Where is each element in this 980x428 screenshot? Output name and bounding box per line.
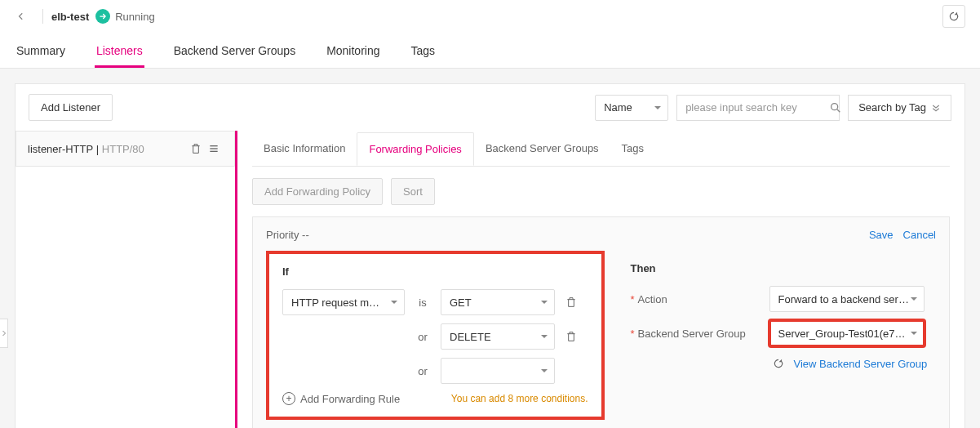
priority-value: --: [302, 229, 309, 241]
svg-line-1: [837, 109, 840, 112]
action-label: *Action: [631, 293, 761, 305]
action-select[interactable]: Forward to a backend ser…: [769, 286, 925, 312]
add-listener-button[interactable]: Add Listener: [29, 94, 113, 121]
add-forwarding-policy-button[interactable]: Add Forwarding Policy: [252, 178, 383, 205]
required-star-icon: *: [631, 328, 635, 340]
stab-backend-groups[interactable]: Backend Server Groups: [474, 132, 610, 164]
if-conditions-box: If HTTP request m… is GET: [266, 251, 605, 420]
condition-value-select-3[interactable]: [441, 358, 555, 384]
if-label: If: [282, 265, 588, 278]
listener-detail: Basic Information Forwarding Policies Ba…: [237, 131, 964, 428]
required-star-icon: *: [631, 293, 635, 305]
listener-item[interactable]: listener-HTTP | HTTP/80: [16, 131, 235, 167]
keyword-or-2: or: [413, 365, 432, 377]
sub-toolbar: Add Forwarding Policy Sort: [252, 167, 950, 216]
listeners-panel: Add Listener Name Search by Tag: [15, 83, 965, 428]
delete-condition-icon[interactable]: [563, 328, 579, 345]
main-tabs: Summary Listeners Backend Server Groups …: [0, 33, 980, 69]
add-rule-label: Add Forwarding Rule: [300, 393, 400, 405]
conditions-remaining-hint: You can add 8 more conditions.: [451, 393, 588, 404]
search-input-wrapper: [676, 95, 840, 121]
page-header: elb-test Running: [0, 0, 980, 33]
priority-label: Priority: [266, 229, 299, 241]
add-forwarding-rule-button[interactable]: + Add Forwarding Rule: [282, 392, 400, 405]
backend-server-group-label: *Backend Server Group: [631, 328, 761, 340]
delete-listener-icon[interactable]: [187, 140, 205, 158]
then-action-box: Then *Action Forward to a backend ser…: [624, 251, 937, 420]
forwarding-rule-card: Priority -- Save Cancel If: [252, 216, 950, 428]
search-by-tag-button[interactable]: Search by Tag: [848, 95, 951, 121]
stab-forwarding-policies[interactable]: Forwarding Policies: [357, 132, 473, 166]
refresh-bsg-icon[interactable]: [769, 354, 787, 372]
backend-server-group-value: Server_Group-Test01(e7…: [778, 328, 906, 340]
page-title: elb-test: [51, 11, 89, 23]
back-button[interactable]: [15, 10, 28, 23]
svg-point-0: [831, 103, 838, 109]
listener-name: listener-HTTP: [28, 143, 93, 155]
action-value: Forward to a backend ser…: [778, 293, 909, 305]
refresh-button[interactable]: [942, 5, 965, 28]
stab-basic-info[interactable]: Basic Information: [252, 132, 357, 164]
keyword-or-1: or: [413, 331, 432, 343]
search-field-select[interactable]: Name: [595, 95, 668, 121]
tab-tags[interactable]: Tags: [410, 44, 437, 68]
listener-protocol: HTTP/80: [102, 143, 144, 155]
stab-tags[interactable]: Tags: [610, 132, 655, 164]
backend-server-group-select[interactable]: Server_Group-Test01(e7…: [769, 320, 925, 346]
status-text: Running: [115, 11, 154, 23]
condition-value-2: DELETE: [450, 331, 491, 343]
view-backend-server-group-link[interactable]: View Backend Server Group: [794, 358, 928, 370]
double-chevron-down-icon: [931, 103, 941, 113]
condition-type-select[interactable]: HTTP request m…: [282, 289, 405, 315]
condition-value-select-2[interactable]: DELETE: [441, 323, 555, 350]
tab-listeners[interactable]: Listeners: [95, 44, 144, 68]
tab-summary[interactable]: Summary: [15, 44, 67, 68]
listener-menu-icon[interactable]: [205, 140, 223, 158]
sort-button[interactable]: Sort: [391, 178, 435, 205]
save-link[interactable]: Save: [869, 229, 894, 241]
then-label: Then: [631, 262, 937, 274]
listener-list: listener-HTTP | HTTP/80: [16, 131, 237, 428]
tab-backend-server-groups[interactable]: Backend Server Groups: [172, 44, 297, 68]
panel-toolbar: Add Listener Name Search by Tag: [16, 84, 964, 131]
tab-monitoring[interactable]: Monitoring: [325, 44, 381, 68]
sub-tabs: Basic Information Forwarding Policies Ba…: [252, 131, 950, 167]
search-input[interactable]: [684, 100, 824, 114]
search-icon[interactable]: [829, 99, 842, 117]
condition-type-value: HTTP request m…: [291, 296, 379, 309]
condition-value-1: GET: [450, 296, 472, 309]
delete-condition-icon[interactable]: [563, 294, 579, 310]
plus-icon: +: [282, 392, 295, 405]
divider: [42, 9, 43, 24]
condition-value-select-1[interactable]: GET: [441, 289, 555, 315]
keyword-is: is: [413, 296, 432, 309]
search-by-tag-label: Search by Tag: [858, 101, 926, 114]
search-field-value: Name: [604, 101, 632, 114]
side-expand-handle[interactable]: [0, 319, 8, 348]
status-running-icon: [95, 9, 110, 24]
cancel-link[interactable]: Cancel: [903, 229, 936, 241]
